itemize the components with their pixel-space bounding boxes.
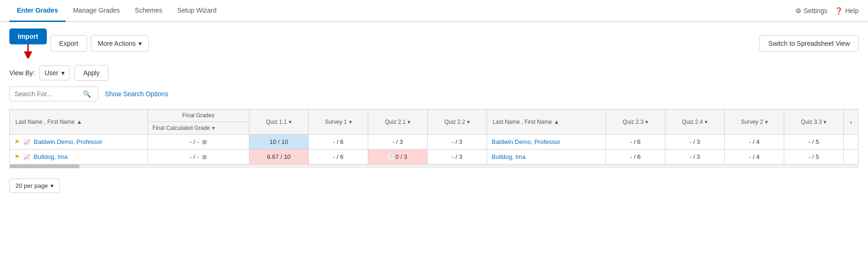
tab-setup-wizard[interactable]: Setup Wizard <box>170 0 224 22</box>
arrow-wrapper <box>9 44 47 58</box>
cell-quiz-2-3-0[interactable]: - / 6 <box>605 135 665 150</box>
sort-up-icon: ▲ <box>77 119 82 125</box>
per-page-label: 20 per page <box>15 182 48 189</box>
question-icon: ? <box>388 154 394 160</box>
col-header-quiz-3-3: Quiz 3.3 ▾ <box>784 109 843 135</box>
view-by-left: View By: User ▾ Apply <box>9 65 109 81</box>
help-button[interactable]: ❓ Help <box>835 7 859 14</box>
col-header-quiz-2-4: Quiz 2.4 ▾ <box>665 109 724 135</box>
final-grade-value-0: - / - <box>190 138 199 145</box>
last-first-label: Last Name , First Name <box>15 119 75 125</box>
scroll-right-button[interactable]: › <box>844 109 859 135</box>
settings-button[interactable]: ⚙ Settings <box>795 7 828 14</box>
tab-enter-grades[interactable]: Enter Grades <box>9 0 66 22</box>
col-header-survey-2: Survey 2 ▾ <box>724 109 784 135</box>
import-button[interactable]: Import <box>9 29 47 44</box>
cell-spacer-1 <box>844 150 859 164</box>
sort-icon: ▾ <box>467 119 470 125</box>
more-actions-button[interactable]: More Actions ▾ <box>91 35 149 52</box>
top-nav: Enter Grades Manage Grades Schemes Setup… <box>0 0 868 22</box>
red-arrow-icon <box>24 44 32 58</box>
more-actions-label: More Actions <box>98 40 136 47</box>
col-header-last-first-2: Last Name , First Name ▲ <box>487 109 605 135</box>
cell-survey-2-0[interactable]: - / 4 <box>724 135 784 150</box>
scroll-bar[interactable] <box>9 164 859 168</box>
col-header-final-grades: Final Grades <box>147 109 249 122</box>
apply-button[interactable]: Apply <box>74 65 109 81</box>
cell-quiz-3-3-0[interactable]: - / 5 <box>784 135 843 150</box>
student-name-link-0[interactable]: Baldwin.Demo, Professor <box>34 138 102 145</box>
col-header-quiz-1-1: Quiz 1.1 ▾ <box>249 109 308 135</box>
settings-label: Settings <box>804 7 828 14</box>
export-button[interactable]: Export <box>51 35 87 52</box>
sort-icon: ▾ <box>645 119 648 125</box>
nav-right: ⚙ Settings ❓ Help <box>795 7 859 14</box>
cell-quiz-2-2-1[interactable]: - / 3 <box>427 150 487 164</box>
col-subheader-final-calculated: Final Calculated Grade ▾ <box>147 122 249 135</box>
col-header-quiz-2-3: Quiz 2.3 ▾ <box>605 109 665 135</box>
sort-icon: ▾ <box>408 119 410 125</box>
cell-quiz-2-2-0[interactable]: - / 3 <box>427 135 487 150</box>
toolbar-right: Switch to Spreadsheet View <box>759 35 859 52</box>
toolbar-left: Import Export More Actions ▾ <box>9 29 149 58</box>
student-name2-link-1[interactable]: Bulldog, Ima <box>492 153 525 160</box>
sort-icon: ▾ <box>349 119 352 125</box>
chart-icon: 📈 <box>23 154 30 160</box>
help-label: Help <box>845 7 859 14</box>
sort-icon: ▾ <box>212 125 215 131</box>
col-header-last-first: Last Name , First Name ▲ <box>10 109 148 135</box>
cell-survey-1-0[interactable]: - / 6 <box>308 135 368 150</box>
view-by-select[interactable]: User ▾ <box>39 65 70 80</box>
final-grade-value-1: - / - <box>190 153 199 160</box>
cell-final-grade-1: - / - ⊞ <box>147 150 249 164</box>
cell-name2-1: Bulldog, Ima <box>487 150 605 164</box>
chart-icon: 📈 <box>23 139 30 145</box>
cell-final-grade-0: - / - ⊞ <box>147 135 249 150</box>
calc-icon-1: ⊞ <box>202 154 207 160</box>
flag-icon: ⚑ <box>15 154 20 160</box>
gear-icon: ⚙ <box>795 7 802 14</box>
table-row: ⚑ 📈 Bulldog, Ima - / - ⊞ 6.67 / 10 - / 6… <box>10 150 859 164</box>
cell-quiz-2-3-1[interactable]: - / 6 <box>605 150 665 164</box>
per-page-select[interactable]: 20 per page ▾ <box>9 178 60 193</box>
cell-quiz-1-1-1[interactable]: 6.67 / 10 <box>249 150 308 164</box>
tab-manage-grades[interactable]: Manage Grades <box>66 0 127 22</box>
cell-quiz-2-1-0[interactable]: - / 3 <box>368 135 427 150</box>
student-name-link-1[interactable]: Bulldog, Ima <box>34 153 67 160</box>
sort-icon: ▾ <box>824 119 826 125</box>
col-header-quiz-2-1: Quiz 2.1 ▾ <box>368 109 427 135</box>
cell-quiz-3-3-1[interactable]: - / 5 <box>784 150 843 164</box>
cell-quiz-2-4-1[interactable]: - / 3 <box>665 150 724 164</box>
cell-spacer-0 <box>844 135 859 150</box>
cell-name-1: ⚑ 📈 Bulldog, Ima <box>10 150 148 164</box>
show-search-options[interactable]: Show Search Options <box>105 90 168 98</box>
sort-icon: ▾ <box>705 119 708 125</box>
cell-quiz-1-1-0[interactable]: 10 / 10 <box>249 135 308 150</box>
sort-icon: ▾ <box>289 119 292 125</box>
search-box[interactable]: 🔍 <box>9 86 98 101</box>
search-input[interactable] <box>15 90 80 98</box>
per-page-down-icon: ▾ <box>51 182 54 189</box>
nav-tabs: Enter Grades Manage Grades Schemes Setup… <box>9 0 224 21</box>
last-first-sort[interactable]: Last Name , First Name ▲ <box>15 119 142 125</box>
search-row: 🔍 Show Search Options <box>0 86 868 109</box>
cell-quiz-2-4-0[interactable]: - / 3 <box>665 135 724 150</box>
pagination-row: 20 per page ▾ <box>0 172 868 200</box>
import-wrapper: Import <box>9 29 47 58</box>
tab-schemes[interactable]: Schemes <box>127 0 169 22</box>
view-by-label: View By: <box>9 69 35 77</box>
chevron-down-icon: ▾ <box>139 40 142 47</box>
help-icon: ❓ <box>835 7 843 14</box>
switch-view-button[interactable]: Switch to Spreadsheet View <box>759 35 859 52</box>
cell-quiz-2-1-1[interactable]: ? 0 / 3 <box>368 150 427 164</box>
chevron-right-icon: › <box>850 118 852 126</box>
cell-survey-2-1[interactable]: - / 4 <box>724 150 784 164</box>
scroll-thumb[interactable] <box>9 164 80 168</box>
view-by-value: User <box>44 69 58 77</box>
cell-survey-1-1[interactable]: - / 6 <box>308 150 368 164</box>
student-name2-link-0[interactable]: Baldwin.Demo, Professor <box>492 138 561 145</box>
table-container: Last Name , First Name ▲ Final Grades Qu… <box>0 109 868 164</box>
table-row: ⚑ 📈 Baldwin.Demo, Professor - / - ⊞ 10 /… <box>10 135 859 150</box>
quiz-1-1-sort[interactable]: Quiz 1.1 ▾ <box>254 119 304 125</box>
col-header-quiz-2-2: Quiz 2.2 ▾ <box>427 109 487 135</box>
